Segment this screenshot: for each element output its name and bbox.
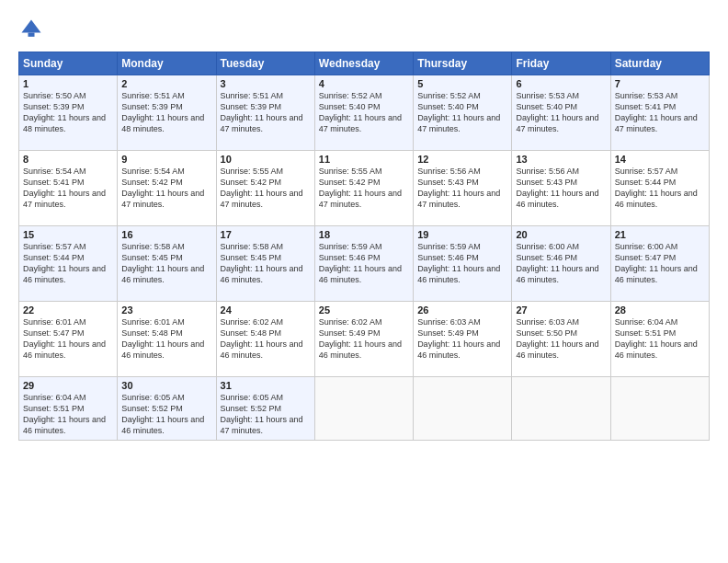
day-number: 28 bbox=[615, 304, 705, 316]
day-info: Sunrise: 6:00 AMSunset: 5:46 PMDaylight:… bbox=[516, 242, 598, 284]
calendar-cell: 14 Sunrise: 5:57 AMSunset: 5:44 PMDaylig… bbox=[610, 151, 709, 226]
calendar-cell: 31 Sunrise: 6:05 AMSunset: 5:52 PMDaylig… bbox=[216, 377, 314, 441]
calendar-cell: 28 Sunrise: 6:04 AMSunset: 5:51 PMDaylig… bbox=[610, 302, 709, 377]
col-header-tuesday: Tuesday bbox=[216, 52, 314, 75]
day-info: Sunrise: 5:52 AMSunset: 5:40 PMDaylight:… bbox=[319, 91, 402, 133]
day-info: Sunrise: 6:03 AMSunset: 5:50 PMDaylight:… bbox=[516, 317, 598, 360]
day-info: Sunrise: 5:51 AMSunset: 5:39 PMDaylight:… bbox=[121, 91, 204, 133]
calendar-cell: 19 Sunrise: 5:59 AMSunset: 5:46 PMDaylig… bbox=[414, 226, 512, 302]
day-info: Sunrise: 5:55 AMSunset: 5:42 PMDaylight:… bbox=[221, 167, 303, 209]
day-number: 23 bbox=[121, 304, 211, 316]
day-number: 21 bbox=[615, 229, 705, 240]
day-number: 25 bbox=[319, 304, 409, 316]
day-number: 20 bbox=[516, 229, 606, 240]
day-info: Sunrise: 6:05 AMSunset: 5:52 PMDaylight:… bbox=[121, 393, 204, 435]
calendar-cell: 29 Sunrise: 6:04 AMSunset: 5:51 PMDaylig… bbox=[19, 377, 118, 441]
col-header-monday: Monday bbox=[118, 52, 216, 75]
calendar-cell: 20 Sunrise: 6:00 AMSunset: 5:46 PMDaylig… bbox=[512, 226, 610, 302]
calendar-cell bbox=[414, 377, 512, 441]
week-row-3: 15 Sunrise: 5:57 AMSunset: 5:44 PMDaylig… bbox=[19, 226, 710, 302]
day-number: 19 bbox=[417, 229, 507, 240]
day-number: 17 bbox=[221, 229, 311, 240]
day-number: 9 bbox=[121, 154, 211, 165]
day-info: Sunrise: 5:56 AMSunset: 5:43 PMDaylight:… bbox=[417, 167, 500, 209]
day-number: 6 bbox=[516, 78, 606, 89]
day-number: 15 bbox=[23, 229, 113, 240]
day-info: Sunrise: 6:02 AMSunset: 5:49 PMDaylight:… bbox=[319, 317, 402, 360]
day-number: 31 bbox=[221, 380, 311, 391]
day-info: Sunrise: 5:52 AMSunset: 5:40 PMDaylight:… bbox=[417, 91, 500, 133]
day-info: Sunrise: 5:57 AMSunset: 5:44 PMDaylight:… bbox=[615, 167, 698, 209]
day-number: 27 bbox=[516, 304, 606, 316]
calendar-cell: 10 Sunrise: 5:55 AMSunset: 5:42 PMDaylig… bbox=[216, 151, 314, 226]
day-info: Sunrise: 6:02 AMSunset: 5:48 PMDaylight:… bbox=[221, 317, 303, 360]
calendar-cell: 27 Sunrise: 6:03 AMSunset: 5:50 PMDaylig… bbox=[512, 302, 610, 377]
logo bbox=[18, 17, 48, 42]
calendar-cell: 2 Sunrise: 5:51 AMSunset: 5:39 PMDayligh… bbox=[118, 75, 216, 151]
calendar-cell: 15 Sunrise: 5:57 AMSunset: 5:44 PMDaylig… bbox=[19, 226, 118, 302]
day-info: Sunrise: 5:53 AMSunset: 5:40 PMDaylight:… bbox=[516, 91, 598, 133]
calendar-cell bbox=[512, 377, 610, 441]
calendar-cell: 26 Sunrise: 6:03 AMSunset: 5:49 PMDaylig… bbox=[414, 302, 512, 377]
day-number: 12 bbox=[417, 154, 507, 165]
page: SundayMondayTuesdayWednesdayThursdayFrid… bbox=[0, 0, 728, 563]
calendar-cell: 11 Sunrise: 5:55 AMSunset: 5:42 PMDaylig… bbox=[314, 151, 413, 226]
day-number: 13 bbox=[516, 154, 606, 165]
day-info: Sunrise: 5:54 AMSunset: 5:42 PMDaylight:… bbox=[121, 167, 204, 209]
day-info: Sunrise: 5:55 AMSunset: 5:42 PMDaylight:… bbox=[319, 167, 402, 209]
day-info: Sunrise: 6:05 AMSunset: 5:52 PMDaylight:… bbox=[221, 393, 303, 435]
calendar-cell: 21 Sunrise: 6:00 AMSunset: 5:47 PMDaylig… bbox=[610, 226, 709, 302]
calendar-cell: 8 Sunrise: 5:54 AMSunset: 5:41 PMDayligh… bbox=[19, 151, 118, 226]
day-info: Sunrise: 5:59 AMSunset: 5:46 PMDaylight:… bbox=[319, 242, 402, 284]
day-info: Sunrise: 5:56 AMSunset: 5:43 PMDaylight:… bbox=[516, 167, 598, 209]
day-number: 4 bbox=[319, 78, 409, 89]
week-row-5: 29 Sunrise: 6:04 AMSunset: 5:51 PMDaylig… bbox=[19, 377, 710, 441]
day-number: 1 bbox=[23, 78, 113, 89]
day-number: 8 bbox=[23, 154, 113, 165]
day-info: Sunrise: 5:57 AMSunset: 5:44 PMDaylight:… bbox=[23, 242, 106, 284]
day-number: 16 bbox=[121, 229, 211, 240]
day-number: 30 bbox=[121, 380, 211, 391]
col-header-saturday: Saturday bbox=[610, 52, 709, 75]
col-header-wednesday: Wednesday bbox=[314, 52, 413, 75]
calendar-cell: 16 Sunrise: 5:58 AMSunset: 5:45 PMDaylig… bbox=[118, 226, 216, 302]
calendar-cell: 13 Sunrise: 5:56 AMSunset: 5:43 PMDaylig… bbox=[512, 151, 610, 226]
day-number: 18 bbox=[319, 229, 409, 240]
day-number: 26 bbox=[417, 304, 507, 316]
calendar-table: SundayMondayTuesdayWednesdayThursdayFrid… bbox=[18, 52, 710, 441]
calendar-cell: 17 Sunrise: 5:58 AMSunset: 5:45 PMDaylig… bbox=[216, 226, 314, 302]
day-number: 24 bbox=[221, 304, 311, 316]
day-info: Sunrise: 5:51 AMSunset: 5:39 PMDaylight:… bbox=[221, 91, 303, 133]
day-number: 2 bbox=[121, 78, 211, 89]
calendar-cell: 23 Sunrise: 6:01 AMSunset: 5:48 PMDaylig… bbox=[118, 302, 216, 377]
day-info: Sunrise: 5:58 AMSunset: 5:45 PMDaylight:… bbox=[121, 242, 204, 284]
day-info: Sunrise: 5:53 AMSunset: 5:41 PMDaylight:… bbox=[615, 91, 698, 133]
calendar-cell: 30 Sunrise: 6:05 AMSunset: 5:52 PMDaylig… bbox=[118, 377, 216, 441]
calendar-cell: 5 Sunrise: 5:52 AMSunset: 5:40 PMDayligh… bbox=[414, 75, 512, 151]
day-info: Sunrise: 6:04 AMSunset: 5:51 PMDaylight:… bbox=[23, 393, 106, 435]
day-info: Sunrise: 6:03 AMSunset: 5:49 PMDaylight:… bbox=[417, 317, 500, 360]
day-number: 7 bbox=[615, 78, 705, 89]
header-row: SundayMondayTuesdayWednesdayThursdayFrid… bbox=[19, 52, 710, 75]
logo-icon bbox=[18, 17, 44, 42]
svg-rect-1 bbox=[28, 33, 35, 37]
col-header-thursday: Thursday bbox=[414, 52, 512, 75]
day-info: Sunrise: 5:58 AMSunset: 5:45 PMDaylight:… bbox=[221, 242, 303, 284]
col-header-sunday: Sunday bbox=[19, 52, 118, 75]
svg-marker-0 bbox=[22, 20, 41, 33]
calendar-cell bbox=[610, 377, 709, 441]
calendar-cell: 22 Sunrise: 6:01 AMSunset: 5:47 PMDaylig… bbox=[19, 302, 118, 377]
calendar-cell: 4 Sunrise: 5:52 AMSunset: 5:40 PMDayligh… bbox=[314, 75, 413, 151]
day-info: Sunrise: 5:50 AMSunset: 5:39 PMDaylight:… bbox=[23, 91, 106, 133]
week-row-1: 1 Sunrise: 5:50 AMSunset: 5:39 PMDayligh… bbox=[19, 75, 710, 151]
calendar-cell: 24 Sunrise: 6:02 AMSunset: 5:48 PMDaylig… bbox=[216, 302, 314, 377]
day-info: Sunrise: 5:54 AMSunset: 5:41 PMDaylight:… bbox=[23, 167, 106, 209]
day-number: 3 bbox=[221, 78, 311, 89]
day-info: Sunrise: 6:01 AMSunset: 5:47 PMDaylight:… bbox=[23, 317, 106, 360]
day-info: Sunrise: 5:59 AMSunset: 5:46 PMDaylight:… bbox=[417, 242, 500, 284]
week-row-2: 8 Sunrise: 5:54 AMSunset: 5:41 PMDayligh… bbox=[19, 151, 710, 226]
calendar-cell bbox=[314, 377, 413, 441]
calendar-cell: 9 Sunrise: 5:54 AMSunset: 5:42 PMDayligh… bbox=[118, 151, 216, 226]
day-number: 10 bbox=[221, 154, 311, 165]
day-number: 22 bbox=[23, 304, 113, 316]
